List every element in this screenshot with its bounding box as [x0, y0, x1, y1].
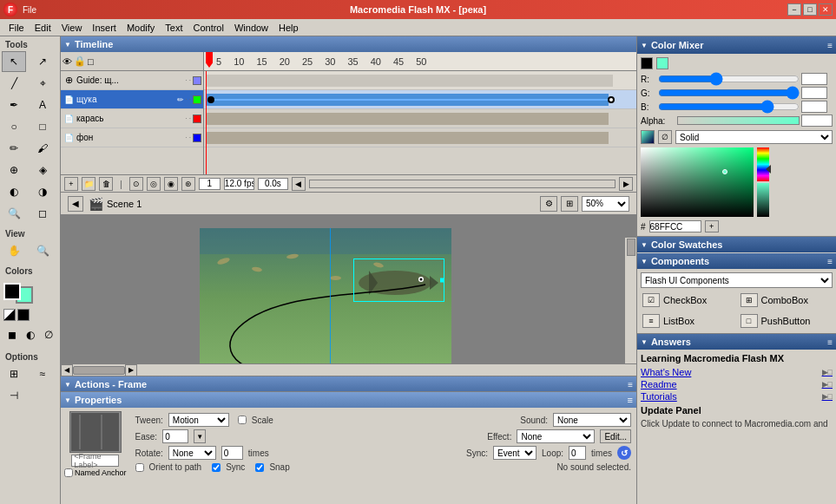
layer-fon[interactable]: 📄 фон · · — [61, 128, 203, 147]
eye-icon[interactable]: 👁 — [63, 56, 72, 67]
answers-collapse-icon[interactable]: ▼ — [641, 338, 648, 346]
scroll-left-btn[interactable]: ◀ — [292, 177, 306, 191]
g-slider[interactable] — [658, 88, 800, 97]
tool-eyedropper[interactable]: 🔍 — [2, 203, 26, 224]
modify-onion-markers-btn[interactable]: ⊛ — [181, 177, 195, 191]
stage-settings-btn[interactable]: ⚙ — [540, 196, 557, 212]
tool-text[interactable]: A — [30, 95, 55, 115]
component-set-select[interactable]: Flash UI Components — [641, 272, 833, 288]
tool-pen[interactable]: ✒ — [2, 95, 26, 115]
menu-control[interactable]: Control — [188, 21, 228, 35]
scale-checkbox[interactable] — [238, 416, 247, 424]
menu-modify[interactable]: Modify — [122, 21, 160, 35]
color-none-btn[interactable]: ∅ — [40, 324, 56, 345]
ease-dropdown-btn[interactable]: ▼ — [194, 429, 206, 443]
tween-select[interactable]: Motion None Shape — [168, 413, 229, 427]
color-add-to-swatches[interactable]: + — [705, 220, 719, 232]
swatches-collapse-icon[interactable]: ▼ — [641, 241, 648, 249]
answer-link-readme[interactable]: Readme ▶□ — [641, 379, 833, 389]
orient-checkbox[interactable] — [135, 463, 144, 472]
rotate-count-input[interactable] — [221, 446, 243, 460]
menu-help[interactable]: Help — [273, 21, 304, 35]
components-collapse-icon[interactable]: ▼ — [641, 258, 648, 265]
tool-rect[interactable]: □ — [30, 116, 55, 137]
b-value[interactable]: 204 — [801, 101, 827, 113]
loop-input[interactable] — [569, 446, 586, 460]
component-listbox[interactable]: ≡ ListBox — [641, 312, 735, 330]
lock-icon[interactable]: 🔒 — [74, 56, 86, 67]
default-colors-icon[interactable] — [17, 309, 30, 321]
tool-oval[interactable]: ○ — [2, 116, 26, 137]
g-value[interactable]: 255 — [801, 87, 827, 99]
answers-options-icon[interactable]: ≡ — [827, 337, 833, 347]
frame-row-shchuka[interactable] — [204, 90, 636, 109]
color-mixer-collapse-icon[interactable]: ▼ — [641, 42, 648, 49]
tool-bucket[interactable]: ◑ — [30, 181, 55, 202]
timeline-collapse-icon[interactable]: ▼ — [64, 41, 71, 49]
rotate-select[interactable]: None Auto CW CCW — [168, 446, 216, 460]
tool-subselect[interactable]: ↗ — [30, 51, 55, 72]
stage-scrollbar-v[interactable] — [624, 238, 636, 363]
layer-fon-dot1[interactable]: · — [186, 134, 188, 141]
menu-edit[interactable]: Edit — [30, 21, 56, 35]
component-checkbox[interactable]: ☑ CheckBox — [641, 291, 735, 309]
tool-fill[interactable]: ◈ — [30, 160, 55, 180]
onion-skin-btn[interactable]: ◎ — [147, 177, 161, 191]
title-bar-controls[interactable]: − □ ✕ — [787, 3, 833, 16]
tool-zoom[interactable]: 🔍 — [30, 240, 55, 261]
component-combobox[interactable]: ⊞ ComboBox — [739, 291, 833, 309]
fill-swatch[interactable] — [656, 57, 668, 69]
layer-shchuka[interactable]: 📄 щука ✏ · · — [61, 90, 203, 109]
frame-center-btn[interactable]: ⊙ — [129, 177, 143, 191]
layer-guide[interactable]: ⊕ Guide: щ... · · — [61, 71, 203, 90]
add-folder-btn[interactable]: 📁 — [82, 177, 95, 191]
layer-fon-dot2[interactable]: · — [189, 134, 191, 141]
sound-select[interactable]: None — [553, 413, 631, 427]
color-gradient-btn[interactable]: ◐ — [22, 324, 38, 345]
style-select[interactable]: Solid Linear Radial Bitmap None — [675, 130, 833, 144]
frame-row-guide[interactable] — [204, 71, 636, 90]
tool-lasso[interactable]: ⌖ — [30, 73, 55, 94]
time-input[interactable] — [258, 178, 288, 190]
layer-karas-dot1[interactable]: · — [186, 115, 188, 122]
tool-freexform[interactable]: ⊕ — [2, 160, 26, 180]
effect-select[interactable]: None — [517, 429, 595, 443]
tool-eraser[interactable]: ◻ — [30, 203, 55, 224]
named-anchor-checkbox[interactable] — [64, 468, 73, 477]
saturation-box[interactable] — [641, 147, 754, 217]
alpha-value[interactable]: 100% — [801, 115, 833, 127]
minimize-button[interactable]: − — [787, 3, 801, 16]
stroke-color[interactable] — [3, 283, 21, 300]
layer-shchuka-dot1[interactable]: · — [186, 95, 188, 103]
back-button[interactable]: ◀ — [68, 196, 83, 212]
zoom-select[interactable]: 50% 100% 25% 75% — [582, 196, 629, 212]
hex-input[interactable] — [649, 220, 701, 232]
component-pushbutton[interactable]: □ PushButton — [739, 312, 833, 330]
option-smooth[interactable]: ≈ — [30, 363, 55, 384]
stroke-swatch[interactable] — [641, 57, 653, 69]
alpha-slider-visual[interactable] — [677, 116, 800, 125]
frame-label-input[interactable]: <Frame Label> — [71, 455, 119, 467]
color-solid-btn[interactable]: ◼ — [3, 324, 20, 345]
outline-icon[interactable]: □ — [88, 56, 94, 67]
onion-skin-outlines-btn[interactable]: ◉ — [164, 177, 178, 191]
color-mixer-options-icon[interactable]: ≡ — [827, 41, 833, 50]
frame-row-karas[interactable] — [204, 109, 636, 128]
none-icon[interactable]: ∅ — [658, 130, 672, 144]
menu-file[interactable]: File — [3, 21, 30, 35]
layer-karas[interactable]: 📄 карась · · — [61, 109, 203, 128]
tool-brush[interactable]: 🖌 — [30, 138, 55, 159]
maximize-button[interactable]: □ — [803, 3, 817, 16]
delete-layer-btn[interactable]: 🗑 — [99, 177, 113, 191]
vscroll-thumb[interactable] — [627, 239, 635, 256]
sync-checkbox[interactable] — [212, 463, 221, 472]
frame-row-fon[interactable] — [204, 128, 636, 147]
layer-guide-eye[interactable]: · — [186, 76, 188, 84]
menu-window[interactable]: Window — [229, 21, 273, 35]
tool-hand[interactable]: ✋ — [2, 240, 26, 261]
r-slider[interactable] — [658, 75, 800, 83]
stage-scrollbar-h[interactable]: ◀ ▶ — [61, 363, 636, 376]
answer-link-tutorials[interactable]: Tutorials ▶□ — [641, 391, 833, 402]
stage-image[interactable] — [200, 228, 451, 376]
tool-pencil[interactable]: ✏ — [2, 138, 26, 159]
